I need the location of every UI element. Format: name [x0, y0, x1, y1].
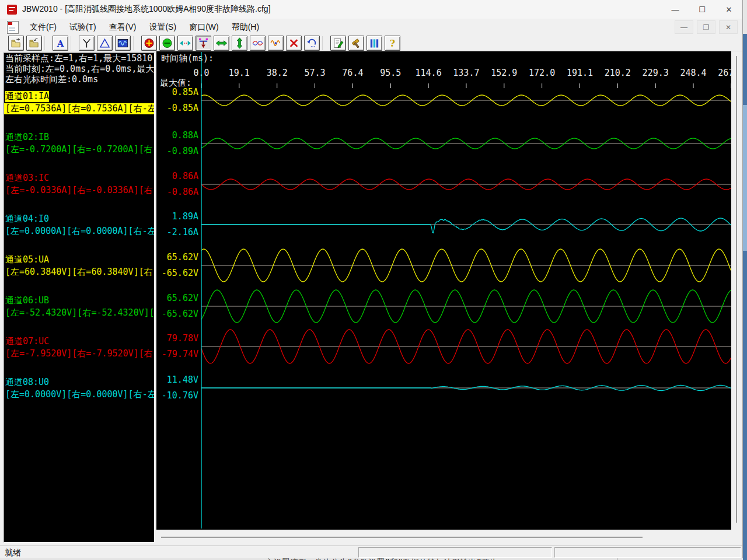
zoom-out-button[interactable]: [159, 36, 175, 51]
channel-bars-button[interactable]: [366, 36, 382, 51]
channel-label-UA[interactable]: 通道05:UA: [5, 254, 49, 265]
open-file-button[interactable]: [8, 36, 24, 51]
edit-report-button[interactable]: [330, 36, 346, 51]
cursor-tool-button[interactable]: [196, 36, 211, 51]
sample-point-info: 当前采样点:左=1,右=1,最大=15810: [4, 53, 154, 64]
delete-channel-button[interactable]: [286, 36, 302, 51]
zoom-in-button[interactable]: [141, 36, 157, 51]
channel-info-panel: 当前采样点:左=1,右=1,最大=15810 当前时刻:左=0.0ms,右=0.…: [4, 52, 155, 542]
svg-text:A: A: [57, 38, 64, 48]
channel-label-IA[interactable]: 通道01:IA: [5, 91, 49, 102]
child-close-button[interactable]: ✕: [719, 20, 738, 34]
zoom-out-icon: [161, 37, 173, 49]
open-file-alt-button[interactable]: [26, 36, 42, 51]
time-tick-label: 229.3: [643, 68, 669, 78]
time-tick-label: 133.7: [453, 68, 479, 78]
time-tick-label: 57.3: [304, 68, 325, 78]
desktop-sliver-top: [743, 0, 747, 34]
edit-report-icon: [332, 37, 344, 49]
child-minimize-button[interactable]: —: [675, 20, 693, 34]
close-button[interactable]: ✕: [715, 0, 742, 19]
maximize-button[interactable]: ☐: [689, 0, 715, 19]
waveform-view-icon: [117, 37, 129, 49]
waveform-view-button[interactable]: [115, 36, 131, 51]
channel-label-UC[interactable]: 通道07:UC: [5, 336, 49, 347]
channel-label-I0[interactable]: 通道04:I0: [5, 214, 49, 225]
channel-values-U0[interactable]: [左=0.0000V][右=0.0000V][右-左: [4, 389, 154, 400]
delta-view-icon: [99, 37, 111, 49]
channel-values-IA[interactable]: [左=0.7536A][右=0.7536A][右-左: [4, 103, 154, 114]
time-tick-label: 19.1: [229, 68, 250, 78]
menu-bar: 文件(F)试验(T)查看(V)设置(S)窗口(W)帮助(H) —❐✕: [0, 19, 742, 36]
channel-values-UA[interactable]: [左=60.3840V][右=60.3840V][右-: [4, 267, 154, 278]
time-tick-label: 248.4: [680, 68, 706, 78]
open-file-alt-icon: [28, 37, 40, 49]
window-controls: —☐✕: [662, 0, 742, 19]
wye-view-button[interactable]: [79, 36, 95, 51]
status-ready-text: 就绪: [5, 548, 21, 558]
child-restore-button[interactable]: ❐: [697, 20, 715, 34]
font-setting-icon: A: [54, 37, 67, 49]
toolbar-separator: [44, 36, 50, 50]
sine-display-button[interactable]: [268, 36, 284, 51]
channel-label-IB[interactable]: 通道02:IB: [5, 132, 49, 143]
vertical-scrollbar-thumb[interactable]: [736, 56, 737, 523]
time-tick-label: 114.6: [416, 68, 442, 78]
channel-values-UC[interactable]: [左=-7.9520V][右=-7.9520V][右-: [4, 348, 154, 359]
time-tick-label: 191.1: [567, 68, 593, 78]
document-icon[interactable]: [7, 21, 19, 34]
time-tick-label: 76.4: [342, 68, 363, 78]
cursor-diff-info: 左右光标时间差:0.0ms: [4, 74, 154, 85]
zoom-in-icon: [143, 37, 155, 49]
expand-horizontal-button[interactable]: [214, 36, 229, 51]
horizontal-scrollbar-thumb[interactable]: [161, 537, 643, 538]
undo-button[interactable]: [304, 36, 320, 51]
horizontal-scrollbar[interactable]: [156, 531, 742, 545]
toolbar-separator: [71, 36, 76, 50]
minimize-button[interactable]: —: [662, 0, 689, 19]
menu-item-2[interactable]: 查看(V): [103, 19, 143, 35]
waveform-svg: 0.019.138.257.376.495.5114.6133.7152.917…: [156, 51, 731, 530]
tools-hammer-button[interactable]: [348, 36, 364, 51]
channel-values-UB[interactable]: [左=-52.4320V][右=-52.4320V][: [4, 307, 154, 318]
status-section-1: [358, 547, 552, 558]
title-bar: JBW2010 - [高阻消弧线圈接地系统1000欧姆A相90度非故障线路.cf…: [0, 0, 742, 19]
channel-label-UB[interactable]: 通道06:UB: [5, 295, 49, 306]
app-window: JBW2010 - [高阻消弧线圈接地系统1000欧姆A相90度非故障线路.cf…: [0, 0, 743, 558]
time-tick-label: 172.0: [529, 68, 555, 78]
compress-horizontal-icon: [179, 37, 191, 49]
undo-icon: [306, 37, 318, 49]
toolbar: A?: [0, 35, 742, 51]
desktop-sliver: [743, 0, 747, 560]
time-tick-label: 210.2: [605, 68, 631, 78]
channel-values-IC[interactable]: [左=-0.0336A][右=-0.0336A][右-: [4, 185, 154, 196]
cursor-info-header: 当前采样点:左=1,右=1,最大=15810 当前时刻:左=0.0ms,右=0.…: [4, 53, 154, 85]
channel-label-IC[interactable]: 通道03:IC: [5, 173, 49, 184]
client-area: 当前采样点:左=1,右=1,最大=15810 当前时刻:左=0.0ms,右=0.…: [0, 51, 742, 545]
svg-text:?: ?: [390, 37, 395, 48]
help-icon: ?: [386, 37, 399, 49]
toolbar-separator: [322, 36, 328, 50]
expand-vertical-icon: [233, 37, 246, 49]
overlay-waveforms-button[interactable]: [250, 36, 266, 51]
vertical-scrollbar[interactable]: [731, 51, 742, 531]
channel-label-U0[interactable]: 通道08:U0: [5, 377, 49, 388]
delta-view-button[interactable]: [97, 36, 113, 51]
channel-values-IB[interactable]: [左=-0.7200A][右=-0.7200A][右-: [4, 144, 154, 155]
time-tick-label: 95.5: [380, 68, 401, 78]
cursor-tool-icon: [197, 37, 210, 49]
waveform-I0: [201, 218, 731, 233]
compress-horizontal-button[interactable]: [177, 36, 193, 51]
menu-item-0[interactable]: 文件(F): [23, 19, 63, 35]
menu-item-4[interactable]: 窗口(W): [183, 19, 225, 35]
expand-vertical-button[interactable]: [232, 36, 247, 51]
channel-values-I0[interactable]: [左=0.0000A][右=0.0000A][右-左: [4, 226, 154, 237]
font-setting-button[interactable]: A: [53, 36, 68, 51]
delete-channel-icon: [288, 37, 300, 49]
window-title: JBW2010 - [高阻消弧线圈接地系统1000欧姆A相90度非故障线路.cf…: [22, 4, 271, 15]
menu-item-5[interactable]: 帮助(H): [225, 19, 266, 35]
waveform-panel: 时间轴(ms): 最大值: 0.85A-0.85A0.88A-0.89A0.86…: [156, 51, 731, 530]
help-button[interactable]: ?: [385, 36, 400, 51]
menu-item-1[interactable]: 试验(T): [63, 19, 103, 35]
menu-item-3[interactable]: 设置(S): [142, 19, 183, 35]
